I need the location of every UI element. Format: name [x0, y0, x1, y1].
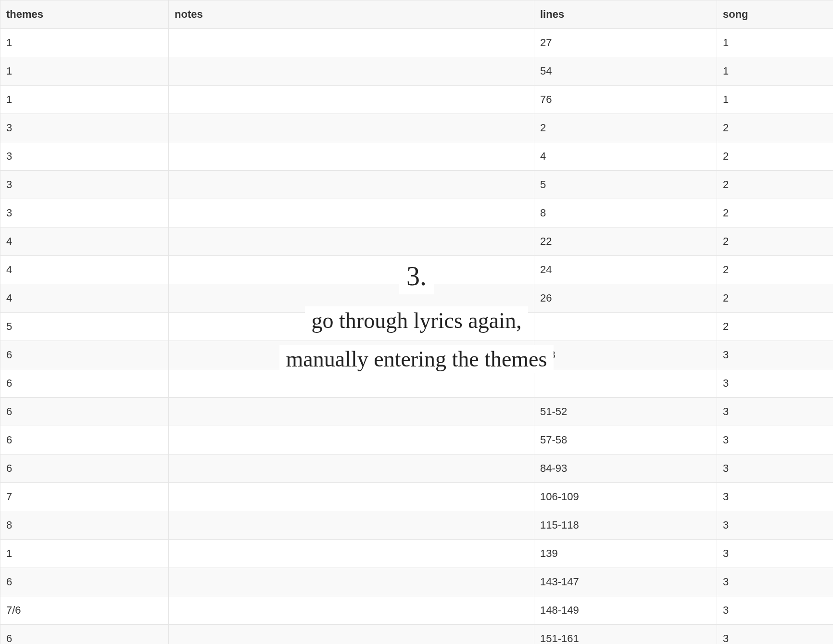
cell-themes[interactable]: 6	[0, 398, 169, 426]
cell-lines[interactable]: 54	[534, 57, 717, 86]
cell-themes[interactable]: 1	[0, 540, 169, 568]
table-row[interactable]: 4262	[0, 284, 833, 313]
cell-lines[interactable]: 8	[534, 199, 717, 227]
cell-song[interactable]: 3	[717, 625, 833, 644]
col-song[interactable]: song	[717, 0, 833, 29]
cell-notes[interactable]	[169, 142, 534, 171]
cell-notes[interactable]	[169, 171, 534, 199]
cell-song[interactable]: 3	[717, 511, 833, 540]
cell-notes[interactable]	[169, 511, 534, 540]
cell-song[interactable]: 2	[717, 227, 833, 256]
cell-notes[interactable]	[169, 398, 534, 426]
cell-notes[interactable]	[169, 625, 534, 644]
cell-notes[interactable]	[169, 455, 534, 483]
cell-song[interactable]: 1	[717, 57, 833, 86]
cell-notes[interactable]	[169, 313, 534, 341]
cell-song[interactable]: 3	[717, 596, 833, 625]
cell-lines[interactable]: 27	[534, 29, 717, 57]
cell-song[interactable]: 3	[717, 483, 833, 511]
cell-themes[interactable]: 5	[0, 313, 169, 341]
table-row[interactable]: 651-523	[0, 398, 833, 426]
table-row[interactable]: 52	[0, 313, 833, 341]
cell-themes[interactable]: 6	[0, 426, 169, 455]
cell-song[interactable]: 2	[717, 142, 833, 171]
cell-notes[interactable]	[169, 256, 534, 284]
table-row[interactable]: 7106-1093	[0, 483, 833, 511]
cell-themes[interactable]: 7/6	[0, 596, 169, 625]
cell-notes[interactable]	[169, 29, 534, 57]
cell-song[interactable]: 3	[717, 398, 833, 426]
cell-themes[interactable]: 1	[0, 29, 169, 57]
table-row[interactable]: 684-933	[0, 455, 833, 483]
cell-notes[interactable]	[169, 540, 534, 568]
table-row[interactable]: 1271	[0, 29, 833, 57]
cell-notes[interactable]	[169, 114, 534, 142]
cell-lines[interactable]: 2	[534, 114, 717, 142]
cell-themes[interactable]: 3	[0, 171, 169, 199]
col-themes[interactable]: themes	[0, 0, 169, 29]
cell-lines[interactable]: 115-118	[534, 511, 717, 540]
table-row[interactable]: 63	[0, 369, 833, 398]
cell-lines[interactable]	[534, 369, 717, 398]
cell-lines[interactable]: 106-109	[534, 483, 717, 511]
cell-song[interactable]: 3	[717, 540, 833, 568]
cell-notes[interactable]	[169, 426, 534, 455]
cell-themes[interactable]: 6	[0, 455, 169, 483]
cell-themes[interactable]: 1	[0, 86, 169, 114]
table-row[interactable]: 4242	[0, 256, 833, 284]
cell-song[interactable]: 3	[717, 455, 833, 483]
cell-lines[interactable]: 148-149	[534, 596, 717, 625]
table-row[interactable]: 657-583	[0, 426, 833, 455]
cell-lines[interactable]: 151-161	[534, 625, 717, 644]
cell-notes[interactable]	[169, 483, 534, 511]
cell-lines[interactable]: 139	[534, 540, 717, 568]
cell-song[interactable]: 2	[717, 284, 833, 313]
cell-song[interactable]: 3	[717, 426, 833, 455]
cell-song[interactable]: 2	[717, 256, 833, 284]
cell-themes[interactable]: 3	[0, 199, 169, 227]
table-row[interactable]: 342	[0, 142, 833, 171]
cell-lines[interactable]: 143-147	[534, 568, 717, 596]
table-row[interactable]: 8115-1183	[0, 511, 833, 540]
cell-themes[interactable]: 3	[0, 142, 169, 171]
col-notes[interactable]: notes	[169, 0, 534, 29]
cell-song[interactable]: 2	[717, 313, 833, 341]
cell-lines[interactable]: 76	[534, 86, 717, 114]
cell-lines[interactable]: 5	[534, 171, 717, 199]
cell-song[interactable]: 2	[717, 199, 833, 227]
cell-lines[interactable]: 57-58	[534, 426, 717, 455]
cell-lines[interactable]: 4	[534, 142, 717, 171]
cell-themes[interactable]: 7	[0, 483, 169, 511]
cell-lines[interactable]	[534, 313, 717, 341]
cell-lines[interactable]: 22	[534, 227, 717, 256]
cell-notes[interactable]	[169, 341, 534, 369]
table-row[interactable]: 4222	[0, 227, 833, 256]
cell-notes[interactable]	[169, 284, 534, 313]
cell-themes[interactable]: 6	[0, 568, 169, 596]
cell-song[interactable]: 1	[717, 86, 833, 114]
cell-song[interactable]: 3	[717, 568, 833, 596]
cell-song[interactable]: 1	[717, 29, 833, 57]
cell-lines[interactable]: 4-8	[534, 341, 717, 369]
cell-themes[interactable]: 4	[0, 256, 169, 284]
cell-themes[interactable]: 4	[0, 227, 169, 256]
cell-notes[interactable]	[169, 568, 534, 596]
cell-song[interactable]: 3	[717, 341, 833, 369]
cell-themes[interactable]: 6	[0, 341, 169, 369]
cell-themes[interactable]: 1	[0, 57, 169, 86]
table-row[interactable]: 1541	[0, 57, 833, 86]
col-lines[interactable]: lines	[534, 0, 717, 29]
cell-lines[interactable]: 84-93	[534, 455, 717, 483]
cell-themes[interactable]: 6	[0, 625, 169, 644]
cell-themes[interactable]: 3	[0, 114, 169, 142]
cell-song[interactable]: 2	[717, 171, 833, 199]
table-row[interactable]: 1761	[0, 86, 833, 114]
cell-notes[interactable]	[169, 369, 534, 398]
table-row[interactable]: 352	[0, 171, 833, 199]
table-row[interactable]: 6143-1473	[0, 568, 833, 596]
table-row[interactable]: 7/6148-1493	[0, 596, 833, 625]
table-row[interactable]: 322	[0, 114, 833, 142]
cell-lines[interactable]: 24	[534, 256, 717, 284]
cell-notes[interactable]	[169, 227, 534, 256]
cell-notes[interactable]	[169, 596, 534, 625]
